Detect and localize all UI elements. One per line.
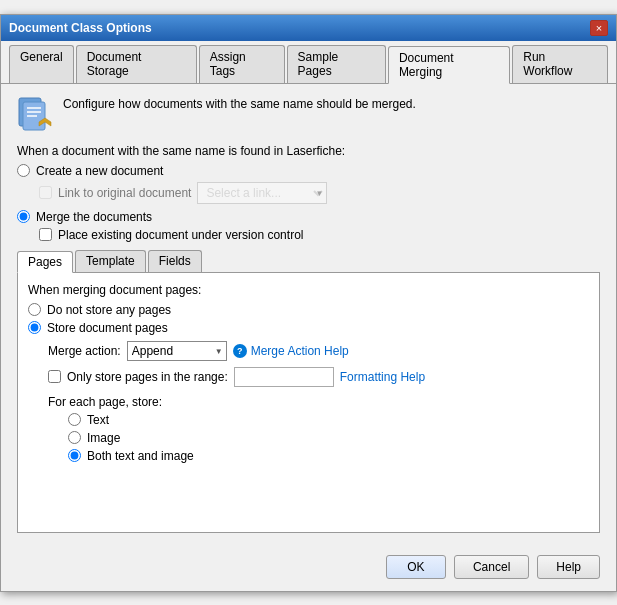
when-merging-label: When merging document pages:: [28, 283, 589, 297]
inner-panel-container: Pages Template Fields When merging docum…: [17, 250, 600, 533]
store-text-radio[interactable]: [68, 413, 81, 426]
dialog-title: Document Class Options: [9, 21, 152, 35]
do-not-store-option[interactable]: Do not store any pages: [28, 303, 589, 317]
link-dropdown[interactable]: Select a link...: [197, 182, 327, 204]
merge-documents-option[interactable]: Merge the documents: [17, 210, 600, 224]
inner-tabs: Pages Template Fields: [17, 250, 600, 273]
text-label: Text: [87, 413, 109, 427]
tab-sample-pages[interactable]: Sample Pages: [287, 45, 386, 83]
dialog-window: Document Class Options × General Documen…: [0, 14, 617, 592]
tab-document-storage[interactable]: Document Storage: [76, 45, 197, 83]
merge-action-help-label: Merge Action Help: [251, 344, 349, 358]
store-pages-label: Store document pages: [47, 321, 168, 335]
version-control-label: Place existing document under version co…: [58, 228, 303, 242]
header-description: Configure how documents with the same na…: [63, 96, 416, 113]
create-new-label: Create a new document: [36, 164, 163, 178]
link-select-wrapper[interactable]: Select a link...: [197, 182, 327, 204]
inner-tab-pages[interactable]: Pages: [17, 251, 73, 273]
create-new-option[interactable]: Create a new document: [17, 164, 600, 178]
main-tabs: General Document Storage Assign Tags Sam…: [1, 41, 616, 84]
header-section: Configure how documents with the same na…: [17, 96, 600, 132]
dialog-body: Configure how documents with the same na…: [1, 84, 616, 545]
merge-docs-radio[interactable]: [17, 210, 30, 223]
store-pages-option[interactable]: Store document pages: [28, 321, 589, 335]
both-option[interactable]: Both text and image: [68, 449, 589, 463]
image-option[interactable]: Image: [68, 431, 589, 445]
cancel-button[interactable]: Cancel: [454, 555, 529, 579]
formatting-help-link[interactable]: Formatting Help: [340, 370, 425, 384]
for-each-label: For each page, store:: [48, 395, 589, 409]
merge-action-label: Merge action:: [48, 344, 121, 358]
when-found-label: When a document with the same name is fo…: [17, 144, 600, 158]
merge-action-row: Merge action: Append ? Merge Action Help: [48, 341, 589, 361]
merge-action-select[interactable]: Append: [127, 341, 227, 361]
merge-icon: [17, 96, 53, 132]
help-icon: ?: [233, 344, 247, 358]
image-label: Image: [87, 431, 120, 445]
tab-run-workflow[interactable]: Run Workflow: [512, 45, 608, 83]
tab-document-merging[interactable]: Document Merging: [388, 46, 510, 84]
create-new-radio[interactable]: [17, 164, 30, 177]
tab-general[interactable]: General: [9, 45, 74, 83]
text-option[interactable]: Text: [68, 413, 589, 427]
merge-docs-label: Merge the documents: [36, 210, 152, 224]
store-image-radio[interactable]: [68, 431, 81, 444]
version-control-row: Place existing document under version co…: [39, 228, 600, 242]
link-original-label: Link to original document: [58, 186, 191, 200]
inner-panel-pages: When merging document pages: Do not stor…: [17, 273, 600, 533]
title-bar: Document Class Options ×: [1, 15, 616, 41]
both-label: Both text and image: [87, 449, 194, 463]
bottom-buttons: OK Cancel Help: [1, 545, 616, 591]
tab-assign-tags[interactable]: Assign Tags: [199, 45, 285, 83]
range-input[interactable]: [234, 367, 334, 387]
range-label: Only store pages in the range:: [67, 370, 228, 384]
link-original-option: Link to original document Select a link.…: [39, 182, 600, 204]
help-button[interactable]: Help: [537, 555, 600, 579]
do-not-store-label: Do not store any pages: [47, 303, 171, 317]
do-not-store-radio[interactable]: [28, 303, 41, 316]
store-both-radio[interactable]: [68, 449, 81, 462]
link-original-checkbox[interactable]: [39, 186, 52, 199]
range-checkbox[interactable]: [48, 370, 61, 383]
ok-button[interactable]: OK: [386, 555, 446, 579]
inner-tab-fields[interactable]: Fields: [148, 250, 202, 272]
close-button[interactable]: ×: [590, 20, 608, 36]
inner-tab-template[interactable]: Template: [75, 250, 146, 272]
version-control-checkbox[interactable]: [39, 228, 52, 241]
merge-action-help-link[interactable]: ? Merge Action Help: [233, 344, 349, 358]
range-row: Only store pages in the range: Formattin…: [48, 367, 589, 387]
store-pages-radio[interactable]: [28, 321, 41, 334]
merge-action-select-wrapper[interactable]: Append: [127, 341, 227, 361]
